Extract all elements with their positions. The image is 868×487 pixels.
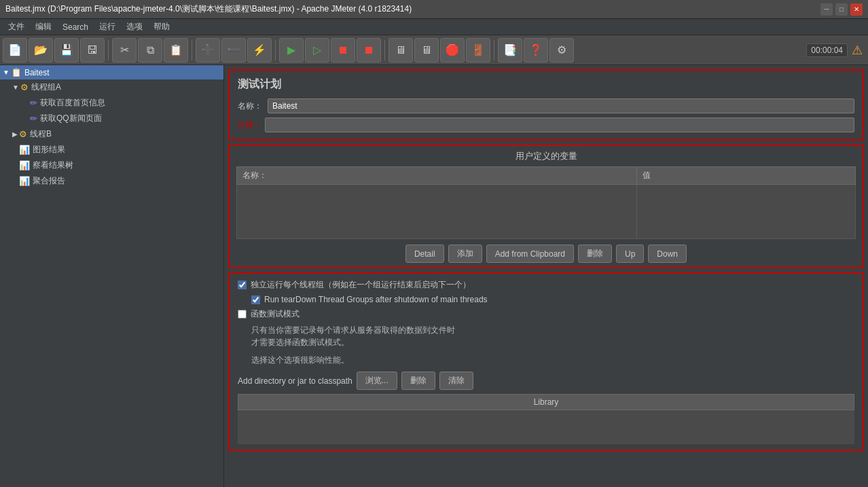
template-button[interactable]: 📑	[498, 38, 522, 62]
remote4-button[interactable]: 🚪	[466, 38, 490, 62]
menu-help[interactable]: 帮助	[148, 20, 175, 34]
label-fetch-baidu: 获取百度首页信息	[40, 97, 105, 109]
library-empty-cell	[238, 410, 854, 444]
copy-button[interactable]: ⧉	[138, 38, 162, 62]
menu-options[interactable]: 选项	[121, 20, 148, 34]
clear-classpath-button[interactable]: 清除	[439, 372, 473, 390]
titlebar-controls: ─ □ ✕	[820, 3, 863, 16]
add-clipboard-button[interactable]: Add from Clipboard	[486, 245, 574, 263]
help-button[interactable]: ❓	[524, 38, 548, 62]
checkbox2[interactable]	[251, 295, 260, 304]
new-button[interactable]: 📄	[3, 38, 27, 62]
startno-button[interactable]: ▷	[305, 38, 329, 62]
delete-classpath-button[interactable]: 删除	[401, 372, 435, 390]
classpath-label: Add directory or jar to classpath	[238, 376, 352, 386]
minimize-button[interactable]: ─	[820, 3, 833, 16]
checkbox3-row: 函数测试模式	[238, 308, 854, 320]
stopnow-button[interactable]: ⏹	[357, 38, 381, 62]
sidebar-item-baitest[interactable]: ▼ 📋 Baitest	[0, 65, 223, 79]
sidebar: ▼ 📋 Baitest ▼ ⚙ 线程组A ▶ ✏ 获取百度首页信息 ▶ ✏ 获取…	[0, 65, 224, 487]
stop-button[interactable]: ⏹	[331, 38, 355, 62]
library-table: Library	[238, 394, 854, 444]
separator4	[384, 40, 385, 60]
up-button[interactable]: Up	[616, 245, 644, 263]
collapse-button[interactable]: ➖	[221, 38, 246, 62]
saveas-button[interactable]: 🖫	[80, 38, 105, 62]
label-graph: 图形结果	[33, 144, 65, 156]
sidebar-item-threadgroupA[interactable]: ▼ ⚙ 线程组A	[0, 79, 223, 95]
delete-variable-button[interactable]: 删除	[578, 245, 612, 263]
remote2-button[interactable]: 🖥	[414, 38, 439, 62]
menu-edit[interactable]: 编辑	[30, 20, 57, 34]
variables-btn-row: Detail 添加 Add from Clipboard 删除 Up Down	[236, 245, 856, 263]
test-plan-title: 测试计划	[238, 77, 854, 92]
checkbox3-label: 函数测试模式	[251, 308, 300, 320]
name-input[interactable]	[268, 98, 854, 113]
icon-fetch-baidu: ✏	[30, 98, 37, 108]
sidebar-item-fetch-baidu[interactable]: ▶ ✏ 获取百度首页信息	[0, 95, 223, 111]
remote3-button[interactable]: 🛑	[440, 38, 465, 62]
sidebar-item-graph[interactable]: ▶ 📊 图形结果	[0, 142, 223, 158]
detail-button[interactable]: Detail	[405, 245, 444, 263]
menu-search[interactable]: Search	[57, 21, 94, 33]
checkbox1-label: 独立运行每个线程组（例如在一个组运行结束后启动下一个）	[251, 279, 471, 291]
variables-content: 用户定义的变量 名称： 值	[230, 146, 863, 267]
menubar: 文件 编辑 Search 运行 选项 帮助	[0, 19, 868, 35]
close-button[interactable]: ✕	[850, 3, 863, 16]
variables-empty-row	[237, 185, 856, 239]
toggle-button[interactable]: ⚡	[247, 38, 272, 62]
variables-empty-cell2	[636, 185, 855, 239]
checkbox1[interactable]	[238, 281, 247, 289]
menu-file[interactable]: 文件	[3, 20, 30, 34]
test-plan-panel: 测试计划 名称： 注释：	[228, 69, 864, 141]
timer-display: 00:00:04	[806, 43, 848, 57]
open-button[interactable]: 📂	[29, 38, 53, 62]
icon-graph: 📊	[19, 145, 30, 155]
desc-text: 只有当你需要记录每个请求从服务器取得的数据到文件时 才需要选择函数测试模式。 选…	[251, 324, 854, 366]
desc-line1: 只有当你需要记录每个请求从服务器取得的数据到文件时	[251, 324, 854, 336]
classpath-row: Add directory or jar to classpath 浏览... …	[238, 372, 854, 390]
separator3	[275, 40, 276, 60]
checkbox3[interactable]	[238, 310, 247, 319]
sidebar-item-threadgroupB[interactable]: ▶ ⚙ 线程B	[0, 126, 223, 142]
desc-line2: 才需要选择函数测试模式。	[251, 336, 854, 348]
cut-button[interactable]: ✂	[112, 38, 137, 62]
icon-tree: 📊	[19, 160, 30, 170]
settings-button[interactable]: ⚙	[549, 38, 574, 62]
icon-fetch-qq: ✏	[30, 113, 37, 124]
separator1	[108, 40, 109, 60]
toggle-threadgroupB: ▶	[12, 130, 18, 138]
warning-icon: ⚠	[849, 42, 865, 58]
remote1-button[interactable]: 🖥	[388, 38, 413, 62]
desc-line4: 选择这个选项很影响性能。	[251, 354, 854, 366]
add-variable-button[interactable]: 添加	[448, 245, 482, 263]
label-report: 聚合报告	[33, 175, 65, 187]
label-baitest: Baitest	[24, 68, 50, 77]
variables-table: 名称： 值	[236, 166, 856, 239]
label-threadgroupB: 线程B	[30, 128, 52, 140]
toggle-threadgroupA: ▼	[12, 84, 19, 91]
icon-baitest: 📋	[11, 67, 22, 77]
save-button[interactable]: 💾	[54, 38, 79, 62]
paste-button[interactable]: 📋	[164, 38, 188, 62]
down-button[interactable]: Down	[648, 245, 687, 263]
icon-threadgroupB: ⚙	[19, 129, 27, 139]
browse-button[interactable]: 浏览...	[357, 372, 397, 390]
sidebar-item-fetch-qq[interactable]: ▶ ✏ 获取QQ新闻页面	[0, 111, 223, 126]
sidebar-item-report[interactable]: ▶ 📊 聚合报告	[0, 173, 223, 189]
sidebar-item-tree[interactable]: ▶ 📊 察看结果树	[0, 158, 223, 173]
separator2	[192, 40, 192, 60]
expand-button[interactable]: ➕	[196, 38, 220, 62]
label-tree: 察看结果树	[33, 160, 73, 171]
checkbox2-row: Run tearDown Thread Groups after shutdow…	[238, 295, 854, 304]
checkbox1-row: 独立运行每个线程组（例如在一个组运行结束后启动下一个）	[238, 279, 854, 291]
start-button[interactable]: ▶	[279, 38, 304, 62]
options-panel: 独立运行每个线程组（例如在一个组运行结束后启动下一个） Run tearDown…	[228, 272, 864, 451]
label-fetch-qq: 获取QQ新闻页面	[40, 113, 102, 124]
comment-input[interactable]	[265, 118, 854, 132]
content-area: 测试计划 名称： 注释： 用户定义的变量 名称：	[224, 65, 868, 487]
menu-run[interactable]: 运行	[94, 20, 121, 34]
toolbar: 📄 📂 💾 🖫 ✂ ⧉ 📋 ➕ ➖ ⚡ ▶ ▷ ⏹ ⏹ 🖥 🖥 🛑 🚪 📑 ❓ …	[0, 35, 868, 65]
variables-panel: 用户定义的变量 名称： 值	[228, 145, 864, 268]
maximize-button[interactable]: □	[835, 3, 848, 16]
